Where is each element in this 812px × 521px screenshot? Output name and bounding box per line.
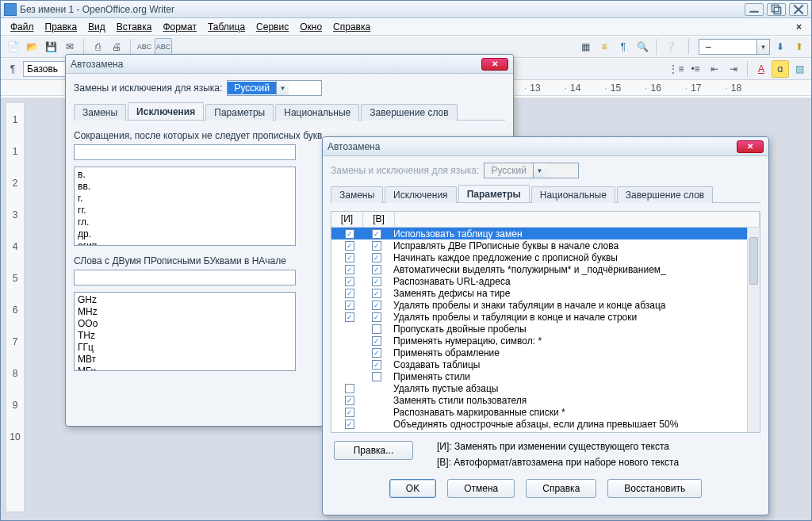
bullet-list-button[interactable]: •≡ — [687, 60, 704, 78]
option-checkbox[interactable] — [372, 229, 381, 239]
tab-replacements[interactable]: Замены — [331, 186, 383, 203]
maximize-button[interactable] — [767, 3, 786, 16]
bg-color-button[interactable]: ▧ — [791, 60, 808, 78]
list-item[interactable]: ГГц — [78, 342, 292, 354]
help-button[interactable]: ❔ — [661, 38, 679, 56]
option-checkbox[interactable] — [372, 241, 381, 251]
promote-button[interactable]: ⬆ — [791, 38, 808, 56]
option-checkbox[interactable] — [372, 301, 381, 310]
tab-replacements[interactable]: Замены — [74, 104, 126, 121]
option-row[interactable]: Исправлять ДВе ПРописные буквы в начале … — [331, 239, 747, 251]
dialog-close-button[interactable]: ✕ — [481, 58, 508, 71]
list-item[interactable]: гл. — [78, 216, 292, 228]
list-item[interactable]: OOo — [78, 318, 292, 330]
option-row[interactable]: Применять стили — [331, 370, 747, 382]
menu-tools[interactable]: Сервис — [251, 20, 293, 34]
list-item[interactable]: MHz — [78, 306, 292, 318]
menu-help[interactable]: Справка — [328, 20, 375, 34]
list-item[interactable]: в. — [78, 169, 292, 181]
list-item[interactable]: МГц — [78, 366, 292, 371]
new-button[interactable]: 📄 — [4, 38, 21, 56]
cancel-button[interactable]: Отмена — [447, 479, 515, 498]
font-color-button[interactable]: A — [753, 60, 770, 78]
nonprinting-button[interactable]: ¶ — [615, 38, 632, 56]
dialog-titlebar[interactable]: Автозамена ✕ — [66, 55, 513, 74]
dialog-titlebar[interactable]: Автозамена ✕ — [323, 137, 768, 156]
open-button[interactable]: 📂 — [23, 38, 40, 56]
option-checkbox[interactable] — [345, 301, 354, 310]
menu-table[interactable]: Таблица — [203, 20, 250, 34]
reset-button[interactable]: Восстановить — [607, 479, 702, 498]
option-checkbox[interactable] — [345, 396, 354, 405]
line-style-combo[interactable]: – ▼ — [699, 39, 770, 55]
data-sources-button[interactable]: ≡ — [596, 38, 613, 56]
option-row[interactable]: Удалять пробелы и знаки табуляции в нача… — [331, 299, 747, 311]
tab-word-completion[interactable]: Завершение слов — [361, 104, 457, 121]
dialog-close-button[interactable]: ✕ — [737, 140, 764, 153]
list-item[interactable]: др. — [78, 228, 292, 240]
zoom-button[interactable]: 🔍 — [634, 38, 651, 56]
option-row[interactable]: Применять обрамление — [331, 347, 747, 358]
option-row[interactable]: Пропускать двойные пробелы — [331, 323, 747, 335]
option-row[interactable]: Распознавать маркированные списки * — [331, 406, 747, 418]
option-row[interactable]: Удалять пустые абзацы — [331, 382, 747, 394]
option-checkbox[interactable] — [372, 265, 381, 274]
numbered-list-button[interactable]: ⋮≡ — [668, 60, 685, 78]
option-row[interactable]: Объединять однострочные абзацы, если дли… — [331, 418, 747, 430]
tab-options[interactable]: Параметры — [205, 104, 274, 121]
tab-word-completion[interactable]: Завершение слов — [617, 186, 713, 203]
tab-exceptions[interactable]: Исключения — [128, 102, 204, 120]
option-row[interactable]: Применять нумерацию, символ: * — [331, 335, 747, 347]
tab-localized[interactable]: Национальные — [275, 104, 359, 121]
list-item[interactable]: егип. — [78, 240, 292, 246]
twocaps-input[interactable] — [74, 270, 296, 285]
option-checkbox[interactable] — [345, 277, 354, 286]
edit-button[interactable]: Правка... — [334, 441, 413, 460]
spellcheck-button[interactable]: ABC — [136, 38, 153, 56]
styles-button[interactable]: ¶ — [4, 60, 21, 78]
option-checkbox[interactable] — [372, 348, 381, 358]
option-checkbox[interactable] — [345, 241, 354, 251]
option-checkbox[interactable] — [372, 289, 381, 298]
option-checkbox[interactable] — [345, 253, 354, 262]
option-checkbox[interactable] — [372, 312, 381, 322]
list-item[interactable]: г. — [78, 193, 292, 205]
menu-view[interactable]: Вид — [83, 20, 110, 34]
list-item[interactable]: THz — [78, 330, 292, 342]
menu-window[interactable]: Окно — [295, 20, 327, 34]
option-checkbox[interactable] — [372, 324, 381, 334]
close-app-button[interactable] — [789, 3, 808, 16]
option-row[interactable]: Создавать таблицы — [331, 358, 747, 370]
option-checkbox[interactable] — [372, 253, 381, 262]
option-checkbox[interactable] — [372, 336, 381, 346]
menu-file[interactable]: Файл — [6, 20, 39, 34]
pdf-button[interactable]: ⎙ — [89, 38, 106, 56]
save-button[interactable]: 💾 — [42, 38, 59, 56]
option-row[interactable]: Использовать таблицу замен — [331, 228, 747, 239]
option-row[interactable]: Заменять стили пользователя — [331, 394, 747, 406]
option-checkbox[interactable] — [345, 384, 354, 393]
highlight-button[interactable]: ɑ — [772, 60, 789, 78]
option-checkbox[interactable] — [345, 312, 354, 322]
decrease-indent-button[interactable]: ⇤ — [706, 60, 723, 78]
option-row[interactable]: Распознавать URL-адреса — [331, 275, 747, 287]
email-button[interactable]: ✉ — [61, 38, 79, 56]
option-checkbox[interactable] — [372, 277, 381, 286]
list-item[interactable]: вв. — [78, 181, 292, 193]
autocheck-button[interactable]: ABC — [155, 38, 172, 56]
tab-options[interactable]: Параметры — [458, 185, 530, 202]
twocaps-listbox[interactable]: GHz MHz OOo THz ГГц МВт МГц — [74, 292, 296, 371]
print-button[interactable]: 🖨 — [108, 38, 125, 56]
option-checkbox[interactable] — [372, 360, 381, 370]
increase-indent-button[interactable]: ⇥ — [725, 60, 742, 78]
menu-format[interactable]: Формат — [158, 20, 201, 34]
option-checkbox[interactable] — [345, 265, 354, 274]
list-item[interactable]: МВт — [78, 354, 292, 366]
option-checkbox[interactable] — [345, 229, 354, 239]
abbrev-listbox[interactable]: в. вв. г. гг. гл. др. егип. — [74, 167, 296, 246]
option-checkbox[interactable] — [345, 289, 354, 298]
language-combo[interactable]: Русский ▼ — [227, 80, 322, 96]
abbrev-input[interactable] — [74, 144, 296, 160]
demote-button[interactable]: ⬇ — [772, 38, 789, 56]
option-row[interactable]: Заменять дефисы на тире — [331, 287, 747, 299]
